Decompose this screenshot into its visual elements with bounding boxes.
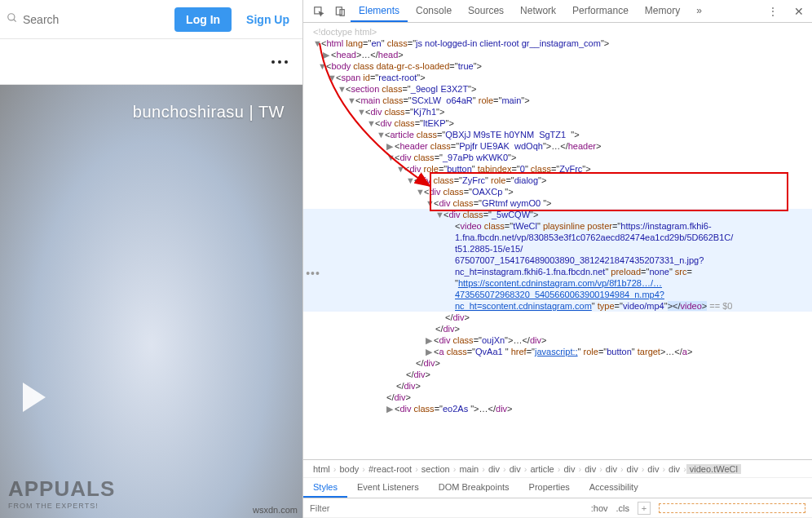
expand-arrow-icon[interactable]: ▼ <box>313 38 321 49</box>
site-watermark: wsxdn.com <box>253 505 298 515</box>
signup-link[interactable]: Sign Up <box>240 7 296 32</box>
dom-line[interactable]: ▼<div role="button" tabindex="0" class="… <box>303 163 812 175</box>
expand-arrow-icon[interactable]: ▼ <box>396 163 404 175</box>
expand-arrow-icon[interactable]: ▼ <box>338 83 346 95</box>
dom-line[interactable]: "https://scontent.cdninstagram.com/vp/8f… <box>303 277 812 289</box>
breadcrumb-item[interactable]: div <box>624 464 642 474</box>
breadcrumb-item[interactable]: article <box>527 464 557 474</box>
dom-line[interactable]: ▼<html lang="en" class="js not-logged-in… <box>303 38 812 49</box>
breadcrumb-item[interactable]: html <box>310 464 333 474</box>
tab-console[interactable]: Console <box>408 0 460 22</box>
expand-arrow-icon[interactable]: ▼ <box>386 152 395 163</box>
breadcrumb-item[interactable]: div <box>581 464 599 474</box>
styles-tab-event-listeners[interactable]: Event Listeners <box>347 478 429 498</box>
search-input[interactable] <box>23 13 166 26</box>
dom-line[interactable]: ▼<span id="react-root"> <box>303 72 812 83</box>
expand-arrow-icon[interactable]: ▼ <box>318 60 326 72</box>
dom-line[interactable]: ▼<div class="OAXCp "> <box>303 186 812 197</box>
tab-sources[interactable]: Sources <box>460 0 512 22</box>
dom-line[interactable]: ▶<a class="QvAa1 " href="javascript:;" r… <box>303 346 812 357</box>
dom-line[interactable]: ▶<div class="eo2As ">…</div> <box>303 403 812 414</box>
dom-tree[interactable]: ••• <!doctype html>▼<html lang="en" clas… <box>303 23 812 459</box>
dom-line[interactable]: ▶<div class="oujXn">…</div> <box>303 334 812 346</box>
breadcrumb-item[interactable]: body <box>336 464 362 474</box>
gutter-ellipsis-icon[interactable]: ••• <box>303 268 323 279</box>
dom-line[interactable]: nc_ht=instagram.fkhi6-1.fna.fbcdn.net" p… <box>303 266 812 277</box>
dom-line[interactable]: ▼<div class="GRtmf wymO0 "> <box>303 197 812 209</box>
breadcrumb-item[interactable]: section <box>418 464 453 474</box>
dom-line[interactable]: ▼<article class="QBXjJ M9sTE h0YNM SgTZ1… <box>303 129 812 140</box>
expand-arrow-icon[interactable]: ▶ <box>426 334 434 346</box>
dom-breadcrumb[interactable]: html›body›#react-root›section›main›div›d… <box>303 459 812 477</box>
dom-line[interactable]: </div> <box>303 323 812 334</box>
dom-line[interactable]: </div> <box>303 369 812 380</box>
close-icon[interactable]: ✕ <box>786 0 812 22</box>
inspect-element-icon[interactable] <box>308 0 329 22</box>
expand-arrow-icon[interactable]: ▼ <box>367 117 375 129</box>
more-tabs-chevron[interactable]: » <box>688 0 710 22</box>
dom-line[interactable]: </div> <box>303 392 812 403</box>
hov-toggle[interactable]: :hov <box>591 503 608 513</box>
breadcrumb-item[interactable]: div <box>506 464 524 474</box>
expand-arrow-icon[interactable]: ▼ <box>347 95 355 106</box>
expand-arrow-icon[interactable]: ▼ <box>406 175 414 186</box>
dom-line[interactable]: ▶<header class="Ppjfr UE9AK wdOqh">…</he… <box>303 140 812 152</box>
styles-tab-styles[interactable]: Styles <box>303 478 347 498</box>
devtools-tabbar: ElementsConsoleSourcesNetworkPerformance… <box>303 0 812 23</box>
more-options-button[interactable] <box>271 60 288 64</box>
expand-arrow-icon[interactable]: ▼ <box>416 186 424 197</box>
dom-line[interactable]: nc_ht=scontent.cdninstagram.com" type="v… <box>303 300 812 312</box>
play-icon[interactable] <box>23 383 46 412</box>
expand-arrow-icon[interactable]: ▶ <box>386 403 395 414</box>
dom-line[interactable]: ▼<div class="ltEKP"> <box>303 117 812 129</box>
dom-line[interactable]: t51.2885-15/e15/ <box>303 243 812 255</box>
cls-toggle[interactable]: .cls <box>616 503 630 513</box>
dom-line[interactable]: </div> <box>303 357 812 369</box>
dom-line[interactable]: 1.fna.fbcdn.net/vp/830853e3f1c0762aecd82… <box>303 232 812 243</box>
dom-line[interactable]: </div> <box>303 380 812 392</box>
expand-arrow-icon[interactable]: ▼ <box>328 72 336 83</box>
dom-line[interactable]: ▼<div class="ZyFrc" role="dialog"> <box>303 175 812 186</box>
expand-arrow-icon[interactable]: ▼ <box>357 106 365 117</box>
expand-arrow-icon[interactable]: ▶ <box>386 140 395 152</box>
expand-arrow-icon[interactable]: ▶ <box>426 346 434 357</box>
dom-line[interactable]: ▼<section class="_9eogI E3X2T"> <box>303 83 812 95</box>
expand-arrow-icon[interactable]: ▼ <box>377 129 385 140</box>
expand-arrow-icon[interactable]: ▼ <box>426 197 434 209</box>
styles-tab-properties[interactable]: Properties <box>519 478 580 498</box>
dom-line[interactable]: <!doctype html> <box>303 26 812 38</box>
dom-line[interactable]: ▼<main class="SCxLW o64aR" role="main"> <box>303 95 812 106</box>
new-style-rule-button[interactable]: + <box>638 502 651 515</box>
dom-line[interactable]: </div> <box>303 312 812 323</box>
login-button[interactable]: Log In <box>174 7 232 32</box>
dom-line[interactable]: ▶<head>…</head> <box>303 49 812 60</box>
device-toolbar-icon[interactable] <box>329 0 351 22</box>
dom-line[interactable]: <video class="tWeCl" playsinline poster=… <box>303 220 812 232</box>
tab-memory[interactable]: Memory <box>637 0 688 22</box>
tab-network[interactable]: Network <box>512 0 564 22</box>
breadcrumb-item[interactable]: div <box>560 464 578 474</box>
tab-elements[interactable]: Elements <box>351 0 408 22</box>
devtools-menu-icon[interactable]: ⋮ <box>761 0 786 22</box>
dom-line[interactable]: ▼<div class="_5wCQW"> <box>303 209 812 220</box>
styles-tab-dom-breakpoints[interactable]: DOM Breakpoints <box>429 478 519 498</box>
expand-arrow-icon[interactable]: ▶ <box>323 49 331 60</box>
post-header <box>0 39 302 85</box>
styles-filter-input[interactable] <box>310 503 583 513</box>
dom-line[interactable]: 67507007_154176489003890_381242184743520… <box>303 255 812 266</box>
dom-line[interactable]: 473565072968320_5405660063900194984_n.mp… <box>303 289 812 300</box>
dom-line[interactable]: ▼<div class="Kj7h1"> <box>303 106 812 117</box>
breadcrumb-item[interactable]: div <box>485 464 503 474</box>
dom-line[interactable]: ▼<div class="_97aPb wKWK0"> <box>303 152 812 163</box>
breadcrumb-item[interactable]: video.tWeCl <box>686 464 741 474</box>
expand-arrow-icon[interactable]: ▼ <box>435 209 444 220</box>
styles-tab-accessibility[interactable]: Accessibility <box>580 478 648 498</box>
breadcrumb-item[interactable]: div <box>602 464 620 474</box>
tab-performance[interactable]: Performance <box>564 0 637 22</box>
breadcrumb-item[interactable]: div <box>644 464 662 474</box>
breadcrumb-item[interactable]: #react-root <box>365 464 415 474</box>
breadcrumb-item[interactable]: div <box>665 464 683 474</box>
breadcrumb-item[interactable]: main <box>456 464 482 474</box>
video-player-area[interactable]: bunchoshirasu | TW APPUALS FROM THE EXPE… <box>0 85 302 518</box>
dom-line[interactable]: ▼<body class data-gr-c-s-loaded="true"> <box>303 60 812 72</box>
